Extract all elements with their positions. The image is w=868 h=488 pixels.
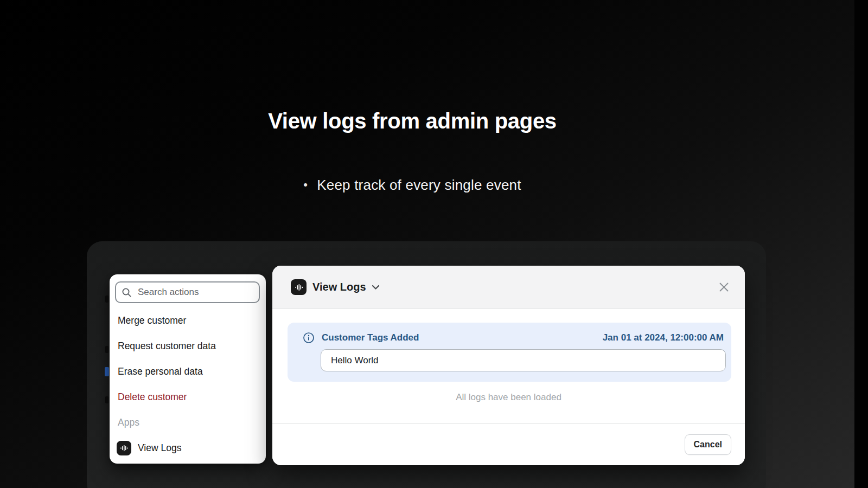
bullet-dot: • bbox=[303, 178, 308, 192]
menu-item-erase-personal-data[interactable]: Erase personal data bbox=[110, 359, 266, 384]
background-artifact bbox=[105, 346, 108, 353]
close-icon[interactable] bbox=[717, 280, 731, 294]
log-timestamp: Jan 01 at 2024, 12:00:00 AM bbox=[603, 332, 724, 343]
menu-item-request-customer-data[interactable]: Request customer data bbox=[110, 333, 266, 359]
modal-header: View Logs bbox=[272, 266, 745, 309]
menu-item-view-logs[interactable]: View Logs bbox=[110, 435, 266, 461]
background-artifact bbox=[105, 296, 108, 303]
menu-section-apps: Apps bbox=[110, 410, 266, 435]
menu-item-delete-customer[interactable]: Delete customer bbox=[110, 384, 266, 410]
modal-title: View Logs bbox=[312, 281, 366, 293]
waveform-icon bbox=[291, 279, 307, 295]
background-artifact bbox=[105, 396, 108, 403]
cancel-button[interactable]: Cancel bbox=[685, 434, 731, 455]
log-value-field[interactable] bbox=[321, 349, 726, 371]
logs-loaded-status: All logs have been loaded bbox=[272, 392, 745, 403]
log-value-input[interactable] bbox=[330, 355, 717, 367]
feature-bullet-text: Keep track of every single event bbox=[317, 177, 521, 193]
log-entry-card: Customer Tags Added Jan 01 at 2024, 12:0… bbox=[288, 323, 731, 382]
search-field[interactable] bbox=[115, 281, 260, 303]
actions-popover: Merge customer Request customer data Era… bbox=[110, 274, 266, 464]
chevron-down-icon bbox=[372, 285, 380, 290]
modal-footer: Cancel bbox=[272, 423, 745, 465]
search-input[interactable] bbox=[137, 286, 253, 298]
modal-body: Customer Tags Added Jan 01 at 2024, 12:0… bbox=[272, 323, 745, 403]
info-icon bbox=[303, 332, 315, 344]
log-event-name: Customer Tags Added bbox=[322, 332, 419, 343]
background-artifact bbox=[105, 367, 109, 376]
background-right-band bbox=[854, 0, 868, 488]
log-entry-header: Customer Tags Added Jan 01 at 2024, 12:0… bbox=[288, 323, 731, 344]
actions-menu: Merge customer Request customer data Era… bbox=[110, 303, 266, 461]
waveform-icon bbox=[117, 441, 131, 455]
modal-title-dropdown[interactable]: View Logs bbox=[291, 279, 380, 295]
page-title: View logs from admin pages bbox=[0, 109, 825, 133]
feature-bullet: •Keep track of every single event bbox=[0, 177, 825, 194]
menu-item-merge-customer[interactable]: Merge customer bbox=[110, 308, 266, 333]
menu-item-view-logs-label: View Logs bbox=[138, 442, 181, 454]
search-icon bbox=[122, 287, 132, 298]
view-logs-modal: View Logs bbox=[272, 266, 745, 465]
